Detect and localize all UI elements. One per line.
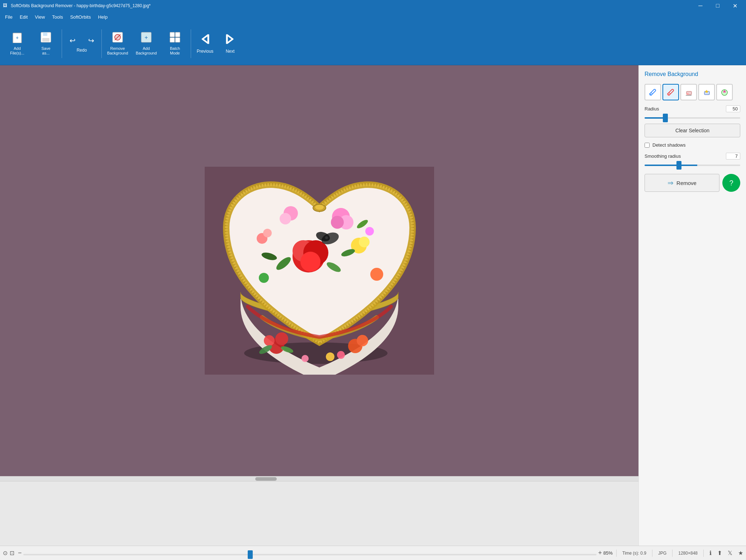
batch-mode-icon [169,32,181,45]
format-label: JPG [658,551,666,556]
remove-brush-button[interactable] [662,84,679,100]
zoom-minus-button[interactable]: − [18,549,22,557]
svg-point-22 [275,332,288,345]
status-sep-3 [672,550,673,557]
svg-point-27 [326,352,334,361]
zoom-plus-button[interactable]: + [598,549,602,557]
smoothing-radius-slider[interactable] [645,165,740,166]
window-title: SoftOrbits Background Remover - happy-bi… [11,3,692,8]
save-as-button[interactable]: Saveas... [32,26,60,62]
next-button[interactable]: Next [218,26,243,62]
remove-background-label: RemoveBackground [107,46,128,56]
magic-eraser-button[interactable] [698,84,715,100]
svg-rect-57 [667,94,669,95]
remove-label: Remove [676,180,697,186]
save-as-label: Saveas... [41,46,50,56]
h-scroll-thumb[interactable] [255,477,277,481]
status-icons: ⊙ ⊡ [3,550,14,556]
batch-mode-button[interactable]: BatchMode [161,26,189,62]
redo-button[interactable]: ↪ [82,35,100,46]
maximize-button[interactable]: □ [709,0,726,11]
svg-rect-59 [686,93,689,95]
horizontal-scrollbar[interactable] [0,476,638,481]
menu-tools[interactable]: Tools [48,13,66,21]
svg-point-21 [264,335,275,346]
canvas-viewport[interactable] [0,65,638,476]
svg-point-29 [337,351,345,359]
clear-selection-button[interactable]: Clear Selection [645,124,740,137]
svg-text:+: + [144,34,148,41]
dimensions-label: 1280×848 [678,551,698,556]
add-file-button[interactable]: + AddFile(s)... [3,26,32,62]
svg-rect-13 [175,38,180,42]
redo-icon: ↪ [88,36,94,45]
next-label: Next [226,49,235,54]
svg-point-33 [300,252,320,272]
undo-redo-group: ↩ ↪ Redo [63,35,100,53]
svg-point-43 [370,268,383,281]
smoothing-radius-param: Smoothing radius 7 [645,153,740,166]
svg-text:+: + [16,35,19,41]
svg-rect-12 [170,38,175,42]
remove-row: ⇒ Remove ? [645,174,740,192]
menu-help[interactable]: Help [94,13,111,21]
next-icon [224,33,236,47]
keep-brush-button[interactable] [645,84,661,100]
svg-rect-4 [42,38,49,42]
zoom-slider[interactable] [23,554,597,555]
remove-button[interactable]: ⇒ Remove [645,174,719,192]
radius-param: Radius 50 [645,105,740,119]
time-label: Time (s): 0.9 [622,551,646,556]
batch-mode-label: BatchMode [170,46,180,56]
separator-2 [101,29,102,58]
canvas-area[interactable] [0,65,638,546]
remove-arrow-icon: ⇒ [667,179,674,187]
menu-file[interactable]: File [1,13,16,21]
eraser-button[interactable] [680,84,697,100]
status-right: Time (s): 0.9 JPG 1280×848 ℹ ⬆ 𝕏 ★ [616,550,743,557]
menu-bar: File Edit View Tools SoftOrbits Help [0,11,746,22]
add-background-button[interactable]: + AddBackground [132,26,161,62]
svg-rect-10 [170,32,175,37]
twitter-icon[interactable]: 𝕏 [728,550,732,556]
menu-view[interactable]: View [31,13,48,21]
tool-row [645,84,740,100]
svg-point-44 [259,273,269,283]
add-background-icon: + [141,32,152,45]
menu-softorbits[interactable]: SoftOrbits [67,13,95,21]
zoom-fit-icon[interactable]: ⊙ [3,550,8,556]
filmstrip [0,481,638,546]
help-icon: ? [729,179,733,187]
feedback-icon[interactable]: ★ [738,550,743,556]
zoom-level-label: 85% [603,550,613,556]
add-file-label: AddFile(s)... [10,46,24,56]
menu-edit[interactable]: Edit [16,13,31,21]
help-button[interactable]: ? [722,174,740,192]
main-content: Remove Background [0,65,746,546]
title-bar: 🖼 SoftOrbits Background Remover - happy-… [0,0,746,11]
svg-point-38 [280,213,291,224]
close-button[interactable]: ✕ [727,0,743,11]
detect-shadows-checkbox[interactable] [645,143,650,148]
info-icon[interactable]: ℹ [709,550,712,556]
zoom-controls: − + 85% [18,549,613,557]
status-sep-2 [652,550,652,557]
magic-keep-button[interactable] [716,84,733,100]
undo-button[interactable]: ↩ [63,35,81,46]
minimize-button[interactable]: ─ [692,0,709,11]
undo-icon: ↩ [70,36,76,45]
right-panel: Remove Background [638,65,746,546]
window-controls: ─ □ ✕ [692,0,743,11]
remove-background-button[interactable]: RemoveBackground [103,26,132,62]
svg-point-42 [263,229,272,237]
radius-slider[interactable] [645,117,740,119]
svg-rect-3 [43,32,47,36]
radius-value: 50 [726,105,740,112]
svg-point-36 [331,216,344,229]
previous-button[interactable]: Previous [193,26,218,62]
detect-shadows-label[interactable]: Detect shadows [652,142,686,148]
app-icon: 🖼 [3,3,9,9]
zoom-select-icon[interactable]: ⊡ [10,550,14,556]
share-icon[interactable]: ⬆ [717,550,722,556]
svg-point-48 [325,236,328,239]
